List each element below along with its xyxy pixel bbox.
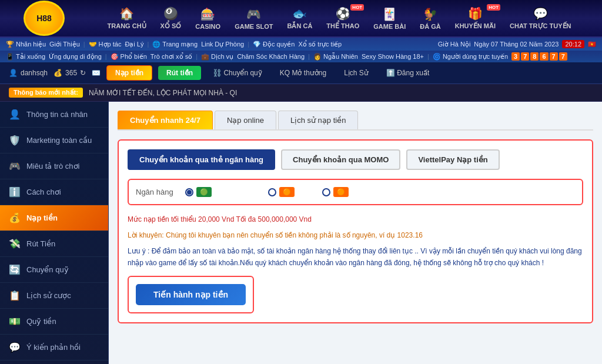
bank-option-shb1[interactable]: 🟠 SHB	[268, 187, 313, 197]
nap-tien-button[interactable]: Nạp tiền	[106, 65, 152, 81]
sec-pho-bien[interactable]: 🎯 Phổ biến	[111, 53, 147, 61]
tab-lich-su[interactable]: Lịch sử nạp tiền	[278, 111, 359, 129]
bank-radio-vietcombank	[185, 188, 193, 196]
sidebar-quy-tien-label: Quỹ tiền	[26, 317, 56, 326]
logo[interactable]: H88	[6, 1, 82, 36]
rut-tien-button[interactable]: Rút tiền	[158, 66, 201, 80]
sec-hop-tac[interactable]: 🤝 Hợp tác	[89, 41, 122, 48]
shb2-logo: 🟠	[333, 187, 349, 197]
sidebar-item-y-kien[interactable]: 💬 Ý kiến phản hồi	[0, 335, 108, 360]
tab-chuyen-nhanh[interactable]: Chuyển nhanh 24/7	[118, 111, 213, 129]
shb1-logo: 🟠	[279, 187, 295, 197]
sidebar-item-chuyen-quy[interactable]: 🔄 Chuyển quỹ	[0, 257, 108, 283]
promo-icon: 🎁	[468, 6, 483, 21]
envelope-item[interactable]: ✉️	[92, 69, 101, 77]
bank-radio-shb1	[268, 188, 276, 196]
feedback-icon: 💬	[9, 342, 21, 353]
sidebar-item-quy-tien[interactable]: 💵 Quỹ tiền	[0, 309, 108, 335]
city-label: Giờ Hà Nội	[438, 41, 471, 48]
nav-khuyen-mai[interactable]: 🎁 KHUYẾN MÃI hot	[449, 3, 501, 34]
sec-ngau-nhien[interactable]: 👩 Ngẫu Nhiên	[313, 53, 358, 61]
person-icon: 👤	[9, 109, 21, 120]
sidebar-lich-su-label: Lịch sử cược	[26, 291, 71, 300]
sidebar-mieu-ta-label: Miêu tả trò chơi	[26, 162, 79, 171]
sidebar-item-nap-tien[interactable]: 💰 Nạp tiền	[0, 205, 108, 231]
sec-sexy-show[interactable]: Sexy Show Hàng 18+	[362, 53, 424, 60]
refresh-icon[interactable]: ↻	[80, 69, 86, 77]
lich-su-button[interactable]: Lịch Sử	[338, 66, 374, 80]
nav-da-ga[interactable]: 🐓 ĐÁ GÀ	[414, 4, 446, 34]
payment-section: Chuyển khoản qua thẻ ngân hàng Chuyển kh…	[118, 139, 593, 323]
bank-radio-shb2	[322, 188, 330, 196]
nav-trang-chu[interactable]: 🏠 TRANG CHỦ	[102, 3, 152, 34]
lottery-icon: 🎱	[163, 6, 178, 21]
user-account: 👤 danhsqh	[9, 69, 48, 77]
sec-xo-so[interactable]: Xổ số trực tiếp	[298, 41, 342, 48]
sec-tai-xuong[interactable]: 📱 Tải xuống	[6, 53, 45, 61]
nav-casino-label: CASINO	[195, 23, 220, 30]
ticker-text: NĂM MỚI TẾT ĐẾN, LỘC PHÁT MỌI NHÀ - QI	[89, 89, 593, 97]
payment-tab-bank[interactable]: Chuyển khoản qua thẻ ngân hàng	[128, 149, 275, 170]
sidebar-item-marketing[interactable]: 🛡️ Marketing toàn cầu	[0, 128, 108, 153]
nav-game-slot[interactable]: 🎮 GAME SLOT	[229, 4, 279, 34]
payment-tab-momo[interactable]: Chuyển khoản qua MOMO	[281, 149, 400, 170]
divider2: |	[147, 41, 149, 48]
sidebar-thong-tin-label: Thông tin cá nhân	[26, 110, 88, 119]
bank-label: Ngân hàng	[136, 188, 173, 196]
sec-nhan-hieu[interactable]: 🏆 Nhãn hiệu	[6, 41, 46, 48]
sec-cham-soc[interactable]: Chăm Sóc Khách Hàng	[237, 53, 305, 60]
digit-4: 6	[540, 52, 548, 61]
flag-icon: 🇻🇳	[588, 41, 596, 48]
main-tabs: Chuyển nhanh 24/7 Nạp online Lịch sử nạp…	[118, 111, 593, 131]
nav-ban-ca[interactable]: 🐟 BẮN CÁ	[282, 3, 319, 34]
ticker-label: Thông báo mới nhất:	[9, 88, 83, 98]
sidebar-item-lich-su[interactable]: 📋 Lịch sử cược	[0, 283, 108, 309]
nav-the-thao[interactable]: ⚽ THỂ THAO hot	[320, 3, 365, 34]
sidebar-cach-choi-label: Cách chơi	[26, 188, 61, 196]
username: danhsqh	[21, 69, 48, 77]
bank-option-shb2[interactable]: 🟠 SHB	[322, 187, 367, 197]
divider3: |	[248, 41, 249, 48]
sec-tro-choi[interactable]: Trò chơi xổ số	[150, 53, 192, 61]
sec-doc-quyen[interactable]: 💎 Độc quyền	[253, 41, 295, 48]
hot-badge-the-thao: hot	[350, 4, 364, 11]
nav-trang-chu-label: TRANG CHỦ	[108, 22, 146, 30]
logout-icon: ⬆️	[386, 69, 395, 77]
bank-row: Ngân hàng 🟢 VietcomBank 🟠 SHB �	[136, 187, 575, 197]
dang-xuat-button[interactable]: ⬆️ Đăng xuất	[380, 66, 435, 80]
notice-recommend: Lời khuyên: Chúng tôi khuyên bạn nên chu…	[128, 230, 583, 241]
sports-icon: ⚽	[336, 6, 350, 21]
sec-gioi-thieu[interactable]: Giới Thiệu	[49, 41, 80, 48]
user-balance: 💰 365 ↻	[53, 69, 86, 77]
notice-min-max: Mức nạp tiền tối thiểu 20,000 Vnd Tối đa…	[128, 214, 583, 225]
sec-nguoi-dung[interactable]: 🌀 Người dùng trực tuyến	[433, 53, 508, 61]
sec-ung-dung[interactable]: Ứng dụng di động	[49, 53, 102, 61]
history-icon: 📋	[9, 290, 21, 301]
vietcombank-logo: 🟢	[196, 187, 212, 197]
sec-trang-mang[interactable]: 🌐 Trang mạng	[152, 41, 198, 48]
sec-dich-vu[interactable]: 💼 Dịch vụ	[201, 53, 233, 61]
sec-dai-ly[interactable]: Đại Lý	[125, 41, 143, 48]
tab-nap-online[interactable]: Nạp online	[215, 111, 276, 129]
bank-option-vietcombank[interactable]: 🟢 VietcomBank	[185, 187, 259, 197]
home-icon: 🏠	[119, 6, 134, 21]
sidebar-item-rut-tien[interactable]: 💸 Rút Tiền	[0, 231, 108, 257]
nav-xo-so[interactable]: 🎱 XỔ SỐ	[155, 3, 188, 34]
chuyen-quy-button[interactable]: ⛓️ Chuyển quỹ	[207, 66, 268, 80]
sidebar-item-mieu-ta[interactable]: 🎮 Miêu tả trò chơi	[0, 153, 108, 179]
fund-icon: 💵	[9, 316, 21, 327]
sidebar-item-ket-qua[interactable]: 🕐 Kết quả mở thưởng	[0, 360, 108, 364]
sidebar-item-thong-tin[interactable]: 👤 Thông tin cá nhân	[0, 102, 108, 128]
kq-button[interactable]: KQ Mở thưởng	[274, 66, 332, 80]
info-icon: ℹ️	[9, 186, 21, 198]
cards-icon: 🃏	[382, 7, 397, 21]
nav-da-ga-label: ĐÁ GÀ	[420, 23, 440, 30]
payment-method-tabs: Chuyển khoản qua thẻ ngân hàng Chuyển kh…	[128, 149, 583, 170]
nav-casino[interactable]: 🎰 CASINO	[189, 4, 226, 34]
sidebar-item-cach-choi[interactable]: ℹ️ Cách chơi	[0, 179, 108, 205]
submit-button[interactable]: Tiến hành nạp tiền	[136, 284, 246, 305]
nav-game-bai[interactable]: 🃏 GAME BÀI	[367, 4, 412, 34]
sec-link-du-phong[interactable]: Link Dự Phòng	[201, 41, 244, 48]
payment-tab-viettelpay[interactable]: ViettelPay Nạp tiền	[406, 149, 499, 170]
nav-chat[interactable]: 💬 CHAT TRỰC TUYẾN	[504, 3, 577, 34]
